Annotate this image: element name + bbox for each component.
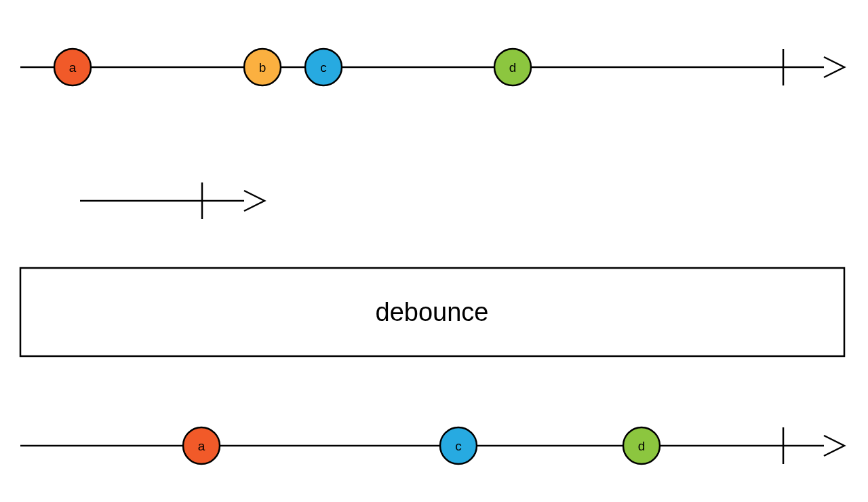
marble-label-c: c (320, 60, 327, 75)
marble-label-a: a (69, 60, 77, 75)
marble-label-b: b (259, 60, 267, 75)
marble-c: c (440, 427, 477, 464)
input-stream: abcd (20, 49, 844, 85)
marble-a: a (183, 427, 220, 464)
marble-b: b (244, 49, 281, 85)
operator-label: debounce (376, 298, 489, 326)
marble-d: d (623, 427, 660, 464)
marble-label-d: d (638, 439, 646, 453)
duration-selector-stream (80, 182, 264, 219)
marble-a: a (54, 49, 91, 85)
marble-label-a: a (198, 439, 205, 453)
output-stream: acd (20, 427, 844, 464)
marble-c: c (305, 49, 342, 85)
marble-label-c: c (455, 439, 462, 453)
marble-diagram: abcddebounceacd (0, 0, 868, 502)
marble-label-d: d (509, 60, 517, 75)
marble-d: d (494, 49, 531, 85)
